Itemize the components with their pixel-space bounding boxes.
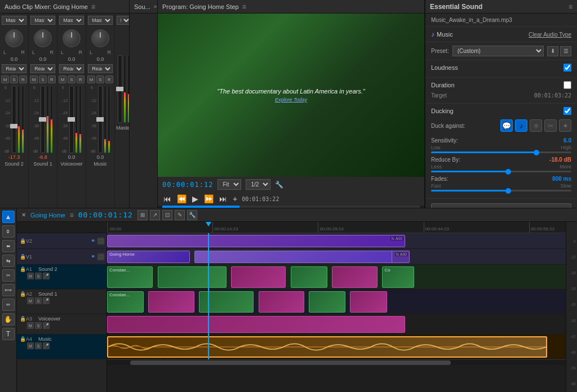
duck-other-btn[interactable]: ✦ [559,119,571,132]
tool-hand[interactable]: ✋ [2,313,15,326]
a1-clip-5[interactable] [332,266,378,288]
v1-eye-btn[interactable]: 👁 [90,253,96,260]
ch3-r-btn[interactable]: R [77,75,85,83]
timeline-close-x[interactable]: ✕ [21,212,26,218]
a3-clip-1[interactable] [107,316,405,333]
timeline-scrollbar[interactable] [107,359,566,365]
a3-s-btn[interactable]: S [35,322,42,329]
monitor-wrench-btn[interactable]: 🔧 [275,181,283,189]
master-fader-track[interactable] [118,55,122,123]
tool-track-select[interactable]: ⧮ [2,225,15,238]
es-sensitivity-slider[interactable] [431,152,571,153]
a1-s-btn[interactable]: S [35,273,42,279]
es-reduce-slider[interactable] [431,171,571,172]
a2-clip-3[interactable] [199,291,254,313]
ch4-fader-track[interactable] [98,86,103,153]
a1-clip-1[interactable]: Constan... [107,266,153,288]
ch1-s-btn[interactable]: S [10,75,18,83]
snap-btn-5[interactable]: 🔧 [187,210,197,220]
a2-lock[interactable]: 🔒 [19,291,26,297]
transport-play[interactable]: ▶ [191,194,199,203]
es-sensitivity-thumb[interactable] [534,150,539,155]
a1-mic-btn[interactable]: 🎤 [43,273,50,279]
ch2-fader-handle[interactable] [39,117,47,122]
clear-audio-type-btn[interactable]: Clear Audio Type [529,32,571,38]
scrollbar-thumb[interactable] [130,360,451,365]
es-preset-save-btn[interactable]: ⬇ [547,46,558,56]
es-ducking-checkbox[interactable] [563,107,571,115]
transport-step-back[interactable]: ⏪ [176,194,188,203]
v2-eye-btn[interactable]: 👁 [90,238,96,244]
ch4-r-btn[interactable]: R [105,75,113,83]
tool-select[interactable]: ▲ [2,211,15,223]
v1-clip-1[interactable]: Going Home [107,251,190,263]
a2-s-btn[interactable]: S [35,297,42,304]
snap-btn-4[interactable]: ✎ [175,210,185,220]
a1-clip-3[interactable] [231,266,286,288]
master-select[interactable]: Read [117,16,129,25]
a2-clip-6[interactable] [350,291,387,313]
ch3-fader-track[interactable] [69,86,74,153]
ch4-read-select[interactable]: Read [88,64,113,73]
ch3-fader-handle[interactable] [68,117,76,122]
generate-keyframes-btn[interactable]: Generate Keyframes [431,203,571,208]
ch3-knob[interactable] [63,29,81,47]
v2-clip-1[interactable]: fx A00 [107,235,405,247]
a3-lock[interactable]: 🔒 [19,315,26,322]
es-duration-checkbox[interactable] [563,81,571,89]
timeline-menu[interactable]: ≡ [70,211,74,219]
tool-text[interactable]: T [2,328,15,340]
tool-rate[interactable]: ⇆ [2,255,15,267]
v2-sync-btn[interactable]: ⬚ [97,238,104,244]
a2-clip-5[interactable] [309,291,345,313]
ch1-knob[interactable] [5,29,23,47]
transport-add[interactable]: + [232,194,238,203]
monitor-cta[interactable]: Explore Today [217,97,365,103]
a4-mic-btn[interactable]: 🎤 [43,342,50,349]
snap-btn-3[interactable]: ⊡ [162,210,172,220]
tool-pen[interactable]: ✏ [2,299,15,311]
a3-mic-btn[interactable]: 🎤 [43,322,50,329]
transport-go-start[interactable]: ⏮ [162,194,172,203]
v1-lock[interactable]: 🔒 [19,253,26,260]
ch3-m-btn[interactable]: M [59,75,66,83]
a2-clip-2[interactable] [148,291,194,313]
ch2-read-select[interactable]: Read [30,64,55,73]
a1-clip-2[interactable] [158,266,227,288]
transport-go-end[interactable]: ⏭ [218,194,228,203]
ch4-fader-handle[interactable] [96,117,104,122]
a2-mic-btn[interactable]: 🎤 [43,297,50,304]
audio-clip-mixer-menu[interactable]: ≡ [91,3,95,11]
es-reduce-thumb[interactable] [505,169,511,175]
ch2-r-btn[interactable]: R [48,75,56,83]
ch4-master-select[interactable]: Master [88,16,113,25]
a4-s-btn[interactable]: S [35,342,42,349]
ch2-s-btn[interactable]: S [39,75,47,83]
a2-clip-1[interactable]: Constan... [107,291,144,313]
ch4-knob[interactable] [91,29,109,47]
ch1-fader-track[interactable] [12,86,16,153]
ch3-s-btn[interactable]: S [68,75,76,83]
v1-sync-btn[interactable]: ⬚ [97,253,104,260]
ch1-master-select[interactable]: Master [2,16,26,25]
duck-sfx-btn[interactable]: ✳ [530,119,542,132]
program-monitor-menu[interactable]: ≡ [242,3,246,11]
es-fades-slider[interactable] [431,190,571,191]
monitor-playhead-bar[interactable] [162,206,420,208]
es-menu[interactable]: ≡ [569,3,572,11]
ch2-master-select[interactable]: Master [30,16,55,25]
snap-btn-1[interactable]: ⊞ [137,210,148,220]
monitor-fraction-select[interactable]: 1/2 [246,179,270,190]
es-fades-thumb[interactable] [505,188,511,194]
master-fader-handle[interactable] [116,87,124,91]
ch4-m-btn[interactable]: M [87,75,95,83]
es-loudness-checkbox[interactable] [563,64,571,72]
ch1-fader-handle[interactable] [10,124,18,128]
ch1-m-btn[interactable]: M [1,75,9,83]
a2-m-btn[interactable]: M [27,297,34,304]
ch4-s-btn[interactable]: S [96,75,104,83]
duck-speech-btn[interactable]: 💬 [500,119,513,132]
ch3-read-select[interactable]: Read [59,64,84,73]
ch2-m-btn[interactable]: M [30,75,38,83]
a1-m-btn[interactable]: M [27,273,34,279]
